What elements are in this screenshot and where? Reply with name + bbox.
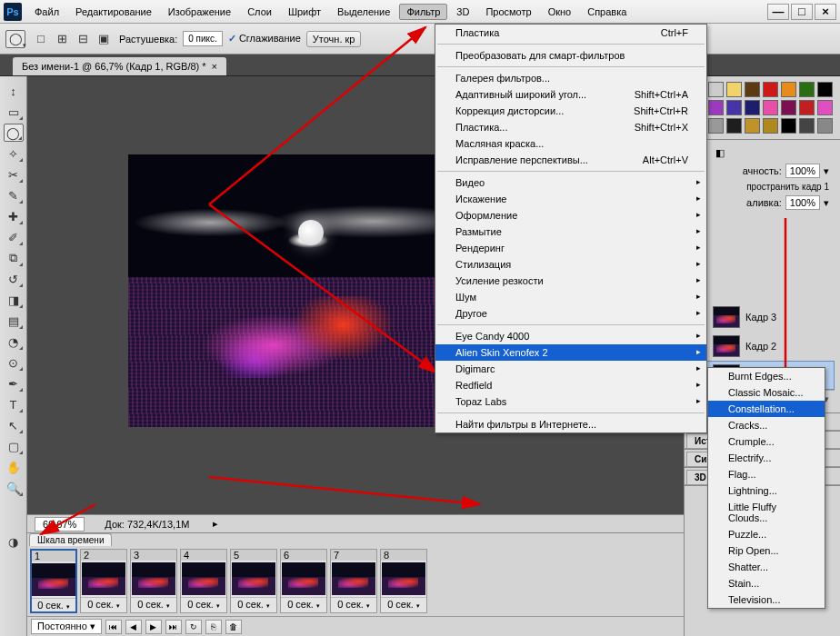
swatch[interactable]: [726, 82, 742, 97]
antialias-checkbox[interactable]: Сглаживание: [228, 33, 301, 45]
crop-tool[interactable]: ✂: [4, 165, 24, 184]
move-tool[interactable]: ↕: [4, 82, 24, 100]
menu-слои[interactable]: Слои: [240, 4, 279, 20]
swatch[interactable]: [726, 100, 742, 115]
menu-просмотр[interactable]: Просмотр: [478, 4, 538, 20]
swatch[interactable]: [763, 82, 778, 97]
menu-item[interactable]: Constellation...: [708, 401, 825, 417]
menu-изображение[interactable]: Изображение: [161, 4, 238, 20]
tween-button[interactable]: ↻: [185, 620, 202, 634]
opacity-value[interactable]: 100%: [785, 164, 820, 178]
animation-frame[interactable]: 40 сек. ▾: [180, 549, 227, 613]
swatch[interactable]: [817, 100, 833, 115]
next-frame-button[interactable]: ⏭: [165, 620, 182, 634]
loop-mode-select[interactable]: Постоянно ▾: [31, 619, 102, 634]
menu-item[interactable]: Галерея фильтров...: [435, 70, 706, 86]
fill-value[interactable]: 100%: [785, 195, 820, 210]
menu-item[interactable]: Адаптивный широкий угол...Shift+Ctrl+A: [435, 86, 706, 103]
swatch[interactable]: [726, 118, 742, 134]
path-tool[interactable]: ↖: [4, 416, 24, 434]
menu-item[interactable]: Видео: [435, 174, 706, 191]
animation-frame[interactable]: 50 сек. ▾: [230, 549, 277, 613]
menu-item[interactable]: Digimarc: [435, 361, 706, 377]
menu-item[interactable]: Alien Skin Xenofex 2: [435, 344, 706, 361]
close-button[interactable]: ×: [815, 4, 836, 20]
menu-item[interactable]: Пластика...Shift+Ctrl+X: [435, 119, 706, 135]
swatch[interactable]: [799, 118, 815, 134]
minimize-button[interactable]: —: [767, 4, 789, 20]
first-frame-button[interactable]: ⏮: [105, 620, 122, 634]
shape-tool[interactable]: ▢: [4, 437, 24, 455]
brush-tool[interactable]: ✐: [4, 228, 24, 246]
menu-item[interactable]: Рендеринг: [435, 240, 706, 256]
menu-item[interactable]: Rip Open...: [708, 542, 825, 559]
menu-item[interactable]: Другое: [435, 305, 706, 322]
type-tool[interactable]: T: [4, 395, 24, 413]
swatch[interactable]: [708, 100, 724, 115]
swatch[interactable]: [799, 82, 815, 97]
swatch[interactable]: [781, 82, 796, 97]
animation-frame[interactable]: 30 сек. ▾: [130, 549, 177, 613]
prev-frame-button[interactable]: ◀: [125, 620, 142, 634]
menu-item[interactable]: Flag...: [708, 466, 825, 482]
menu-item[interactable]: Шум: [435, 289, 706, 305]
selection-mode-new[interactable]: □: [31, 30, 51, 48]
maximize-button[interactable]: □: [791, 4, 813, 20]
swatch[interactable]: [708, 118, 724, 134]
pen-tool[interactable]: ✒: [4, 374, 24, 393]
hand-tool[interactable]: ✋: [4, 458, 24, 476]
document-tab[interactable]: Без имени-1 @ 66,7% (Кадр 1, RGB/8) * ×: [13, 57, 226, 75]
zoom-level[interactable]: 66,67%: [35, 517, 85, 532]
menu-item[interactable]: Исправление перспективы...Alt+Ctrl+V: [435, 152, 706, 168]
menu-окно[interactable]: Окно: [541, 4, 579, 20]
swatch[interactable]: [817, 82, 833, 97]
zoom-tool[interactable]: 🔍: [4, 479, 24, 497]
history-brush-tool[interactable]: ↺: [4, 270, 24, 288]
menu-item[interactable]: Puzzle...: [708, 526, 825, 542]
clone-tool[interactable]: ⧉: [4, 249, 24, 267]
marquee-tool[interactable]: ▭: [4, 103, 24, 121]
eraser-tool[interactable]: ◨: [4, 291, 24, 309]
layer-row[interactable]: Кадр 3: [690, 303, 835, 332]
menu-item[interactable]: Размытие: [435, 224, 706, 240]
menu-item[interactable]: Redfield: [435, 377, 706, 393]
swatch[interactable]: [781, 100, 796, 115]
color-swatches[interactable]: [3, 508, 25, 530]
selection-mode-add[interactable]: ⊞: [52, 30, 72, 48]
fill-step-icon[interactable]: ▾: [824, 197, 829, 209]
active-tool-preview[interactable]: ◯▾: [5, 30, 25, 48]
menu-item[interactable]: Lightning...: [708, 482, 825, 499]
swatch[interactable]: [745, 118, 760, 134]
menu-item[interactable]: Burnt Edges...: [708, 368, 825, 384]
propagate-frame-row[interactable]: пространить кадр 1: [690, 180, 835, 194]
menu-item[interactable]: Topaz Labs: [435, 393, 706, 410]
dodge-tool[interactable]: ⊙: [4, 353, 24, 372]
swatch[interactable]: [745, 82, 760, 97]
selection-mode-subtract[interactable]: ⊟: [73, 30, 93, 48]
gradient-tool[interactable]: ▤: [4, 312, 24, 330]
menu-item[interactable]: Найти фильтры в Интернете...: [435, 416, 706, 432]
menu-item[interactable]: Electrify...: [708, 450, 825, 466]
menu-фильтр[interactable]: Фильтр: [399, 4, 447, 20]
selection-mode-intersect[interactable]: ▣: [94, 30, 114, 48]
menu-выделение[interactable]: Выделение: [330, 4, 397, 20]
swatch[interactable]: [708, 82, 724, 97]
layer-row[interactable]: Кадр 2: [690, 332, 835, 361]
magic-wand-tool[interactable]: ✧: [4, 144, 24, 163]
animation-frame[interactable]: 10 сек. ▾: [30, 549, 77, 613]
menu-редактирование[interactable]: Редактирование: [68, 4, 159, 20]
healing-tool[interactable]: ✚: [4, 207, 24, 225]
eyedropper-tool[interactable]: ✎: [4, 186, 24, 204]
menu-item[interactable]: Усиление резкости: [435, 273, 706, 289]
swatch[interactable]: [799, 100, 815, 115]
menu-item[interactable]: Television...: [708, 591, 825, 608]
blur-tool[interactable]: ◔: [4, 333, 24, 351]
swatch[interactable]: [763, 118, 778, 134]
delete-frame-button[interactable]: 🗑: [225, 620, 242, 634]
menu-item[interactable]: Преобразовать для смарт-фильтров: [435, 47, 706, 64]
menu-item[interactable]: Stain...: [708, 575, 825, 591]
swatch[interactable]: [745, 100, 760, 115]
opacity-step-icon[interactable]: ▾: [824, 165, 829, 177]
animation-frame[interactable]: 80 сек. ▾: [380, 549, 427, 613]
swatch[interactable]: [817, 118, 833, 134]
